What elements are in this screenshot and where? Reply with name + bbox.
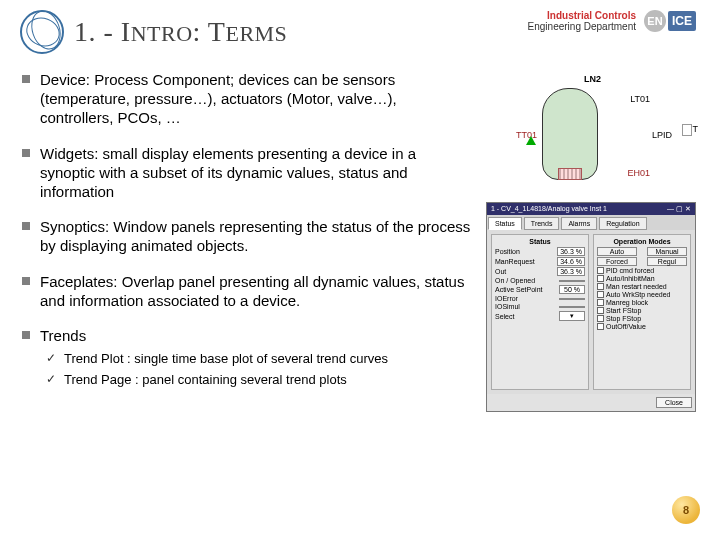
sub-trend-plot: Trend Plot : single time base plot of se… (40, 351, 472, 368)
status-row: IOError (495, 295, 585, 302)
tab-status[interactable]: Status (488, 217, 522, 230)
row-label: Out (495, 268, 506, 275)
check-row: Manreg block (597, 299, 687, 306)
checkbox-icon[interactable] (597, 291, 604, 298)
status-row: Active SetPoint50 % (495, 285, 585, 294)
label-t: T (693, 124, 699, 134)
checkbox-icon[interactable] (597, 307, 604, 314)
enice-logo-icon: EN ICE (644, 10, 696, 32)
check-label: Auto/InhibitMan (606, 275, 655, 282)
bullet-list: Device: Process Component; devices can b… (20, 70, 472, 388)
check-row: Man restart needed (597, 283, 687, 290)
panel-body: Status Position36.3 % ManRequest34.6 % O… (487, 230, 695, 394)
check-row: Stop FStop (597, 315, 687, 322)
row-value: 36.3 % (557, 267, 585, 276)
close-button[interactable]: Close (656, 397, 692, 408)
en-badge: EN (644, 10, 666, 32)
checkbox-icon[interactable] (597, 299, 604, 306)
panel-title-text: 1 - CV_4_1L4818/Analog valve Inst 1 (491, 205, 607, 213)
checkbox-icon[interactable] (597, 275, 604, 282)
text-column: Device: Process Component; devices can b… (20, 70, 472, 412)
tab-trends[interactable]: Trends (524, 217, 560, 230)
row-value (559, 280, 585, 282)
row-label: IOSimul (495, 303, 520, 310)
check-label: Man restart needed (606, 283, 667, 290)
checkbox-icon[interactable] (597, 267, 604, 274)
check-row: Start FStop (597, 307, 687, 314)
title-part: ERMS (225, 21, 287, 46)
row-label: IOError (495, 295, 518, 302)
bullet-trends: Trends Trend Plot : single time base plo… (20, 326, 472, 388)
row-value: 36.3 % (557, 247, 585, 256)
bullet-device: Device: Process Component; devices can b… (20, 70, 472, 128)
header-right: Industrial Controls Engineering Departme… (528, 10, 696, 32)
window-buttons-icon: — ▢ ✕ (667, 205, 691, 213)
select-label: Select (495, 313, 514, 320)
title-part: NTRO (131, 21, 193, 46)
row-value (559, 298, 585, 300)
mode-row: Forced Regul (597, 257, 687, 266)
label-ln2: LN2 (584, 74, 601, 84)
select-value[interactable]: ▾ (559, 311, 585, 321)
mode-manual-button[interactable]: Manual (647, 247, 687, 256)
status-row: On / Opened (495, 277, 585, 284)
row-value: 50 % (559, 285, 585, 294)
tab-regulation[interactable]: Regulation (599, 217, 646, 230)
row-label: On / Opened (495, 277, 535, 284)
checkbox-icon[interactable] (597, 315, 604, 322)
select-row: Select▾ (495, 311, 585, 321)
image-column: LN2 LT01 TT01 LPID T EH01 1 - CV_4_1L481… (486, 70, 696, 412)
dept-line2: Engineering Department (528, 21, 636, 32)
bullet-faceplates: Faceplates: Overlap panel presenting all… (20, 272, 472, 310)
group-status: Status Position36.3 % ManRequest34.6 % O… (491, 234, 589, 390)
status-row: Position36.3 % (495, 247, 585, 256)
status-row: Out36.3 % (495, 267, 585, 276)
title-part: : T (193, 16, 226, 47)
tab-alarms[interactable]: Alarms (561, 217, 597, 230)
check-label: OutOff/Value (606, 323, 646, 330)
panel-footer: Close (487, 394, 695, 411)
mode-regul-button[interactable]: Regul (647, 257, 687, 266)
check-label: Stop FStop (606, 315, 641, 322)
header: 1. - INTRO: TERMS Industrial Controls En… (20, 10, 696, 66)
mode-auto-button[interactable]: Auto (597, 247, 637, 256)
status-row: IOSimul (495, 303, 585, 310)
panel-titlebar: 1 - CV_4_1L4818/Analog valve Inst 1 — ▢ … (487, 203, 695, 215)
header-left: 1. - INTRO: TERMS (20, 10, 287, 54)
row-value: 34.6 % (557, 257, 585, 266)
mode-forced-button[interactable]: Forced (597, 257, 637, 266)
triangle-up-icon (526, 136, 536, 145)
check-label: Manreg block (606, 299, 648, 306)
check-label: Auto WrkStp needed (606, 291, 670, 298)
row-label: Position (495, 248, 520, 255)
row-label: Active SetPoint (495, 286, 542, 293)
check-row: Auto/InhibitMan (597, 275, 687, 282)
faceplate-thumbnail: 1 - CV_4_1L4818/Analog valve Inst 1 — ▢ … (486, 202, 696, 412)
mode-row: Auto Manual (597, 247, 687, 256)
check-row: OutOff/Value (597, 323, 687, 330)
ice-badge: ICE (668, 11, 696, 31)
label-lt01: LT01 (630, 94, 650, 104)
check-row: PID cmd forced (597, 267, 687, 274)
status-row: ManRequest34.6 % (495, 257, 585, 266)
body: Device: Process Component; devices can b… (20, 70, 696, 412)
group-modes: Operation Modes Auto Manual Forced Regul… (593, 234, 691, 390)
bullet-trends-label: Trends (40, 327, 86, 344)
label-pid: LPID (652, 130, 672, 140)
slide-title: 1. - INTRO: TERMS (74, 16, 287, 48)
panel-tabs: Status Trends Alarms Regulation (487, 215, 695, 230)
tank-icon (542, 88, 598, 180)
checkbox-icon[interactable] (597, 283, 604, 290)
check-label: PID cmd forced (606, 267, 654, 274)
slide: 1. - INTRO: TERMS Industrial Controls En… (0, 0, 720, 540)
department-label: Industrial Controls Engineering Departme… (528, 10, 636, 32)
group-modes-header: Operation Modes (597, 238, 687, 245)
bullet-widgets: Widgets: small display elements presenti… (20, 144, 472, 202)
heater-icon (558, 168, 582, 180)
group-status-header: Status (495, 238, 585, 245)
page-number-badge: 8 (672, 496, 700, 524)
sub-list: Trend Plot : single time base plot of se… (40, 351, 472, 388)
checkbox-icon[interactable] (597, 323, 604, 330)
cern-logo-icon (20, 10, 64, 54)
label-eh01: EH01 (627, 168, 650, 178)
